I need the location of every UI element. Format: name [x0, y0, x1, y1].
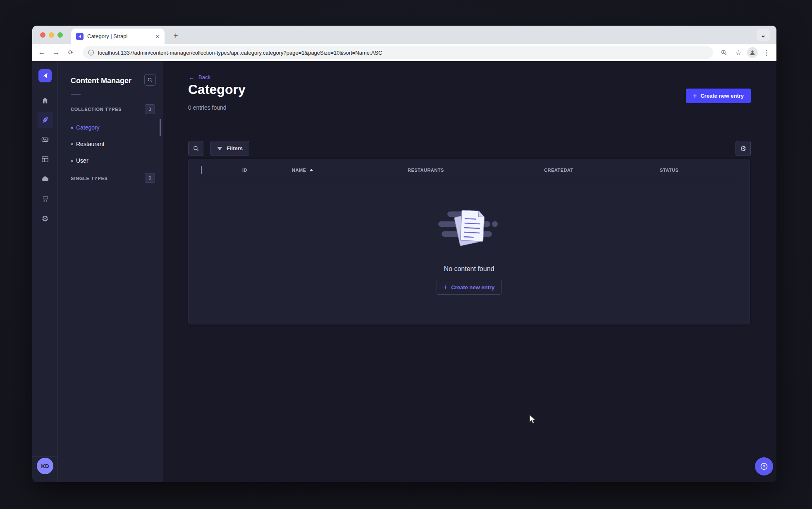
empty-state: No content found + Create new entry: [189, 181, 750, 324]
filter-icon: [217, 145, 223, 151]
collection-types-label: COLLECTION TYPES: [71, 107, 122, 112]
single-types-label: SINGLE TYPES: [71, 176, 108, 181]
column-header-id[interactable]: ID: [242, 168, 292, 173]
subnav-item-restaurant[interactable]: Restaurant: [58, 136, 162, 152]
mouse-cursor: [528, 414, 537, 425]
create-entry-label: Create new entry: [700, 93, 744, 99]
minimize-window-button[interactable]: [49, 32, 54, 38]
browser-back-button[interactable]: ←: [36, 44, 48, 61]
plus-icon: +: [693, 92, 697, 100]
tab-title: Category | Strapi: [87, 33, 154, 39]
empty-state-message: No content found: [444, 265, 494, 273]
new-tab-button[interactable]: +: [170, 29, 182, 42]
browser-profile-icon[interactable]: [747, 47, 758, 58]
entries-table: ID NAME RESTAURANTS CREATEDAT STATUS: [188, 159, 750, 324]
strapi-favicon: [76, 33, 84, 40]
column-header-status[interactable]: STATUS: [660, 168, 750, 173]
strapi-logo[interactable]: [38, 69, 52, 82]
select-all-checkbox[interactable]: [201, 166, 202, 174]
close-window-button[interactable]: [40, 32, 45, 38]
maximize-window-button[interactable]: [57, 32, 63, 38]
help-button[interactable]: ?: [755, 457, 773, 475]
content-manager-subnav: Content Manager COLLECTION TYPES 3 Categ…: [58, 61, 162, 482]
rail-bottom-divider: [32, 456, 58, 457]
browser-tab-strip: Category | Strapi × + ⌄: [32, 26, 776, 44]
nav-content-manager-icon[interactable]: [37, 112, 53, 128]
subnav-divider: [71, 94, 81, 95]
table-search-button[interactable]: [188, 141, 203, 156]
browser-reload-button[interactable]: ⟳: [64, 44, 77, 61]
column-header-createdat[interactable]: CREATEDAT: [544, 168, 660, 173]
filters-button[interactable]: Filters: [210, 141, 249, 156]
main-nav-rail: ⚙ KD: [32, 61, 58, 482]
collection-types-count-badge: 3: [145, 104, 155, 114]
browser-toolbar: ← → ⟳ i localhost:1337/admin/content-man…: [32, 44, 776, 61]
empty-create-entry-button[interactable]: + Create new entry: [437, 280, 502, 295]
empty-create-entry-label: Create new entry: [451, 284, 494, 291]
site-info-icon[interactable]: i: [88, 50, 94, 55]
rail-divider: [32, 88, 58, 88]
filters-label: Filters: [227, 145, 243, 151]
close-tab-icon[interactable]: ×: [154, 33, 160, 40]
subnav-scrollbar[interactable]: [160, 119, 161, 136]
zoom-icon[interactable]: [718, 47, 730, 58]
question-mark-icon: ?: [759, 462, 769, 471]
subnav-search-button[interactable]: [144, 74, 156, 86]
main-content: ← Back Category 0 entries found + Create…: [162, 61, 776, 482]
browser-menu-icon[interactable]: ⋮: [761, 47, 772, 58]
nav-content-type-builder-icon[interactable]: [37, 151, 53, 168]
plus-icon: +: [444, 283, 447, 291]
url-input[interactable]: i localhost:1337/admin/content-manager/c…: [83, 46, 713, 59]
view-settings-button[interactable]: ⚙: [736, 141, 751, 156]
browser-tab[interactable]: Category | Strapi ×: [71, 29, 165, 44]
page-title: Category: [188, 82, 246, 97]
strapi-admin-app: ⚙ KD Content Manager COLLECTION TYPES 3 …: [32, 61, 776, 482]
bookmark-star-icon[interactable]: ☆: [733, 47, 744, 58]
chevron-down-icon[interactable]: ⌄: [757, 29, 770, 41]
svg-text:?: ?: [763, 464, 765, 468]
create-entry-button[interactable]: + Create new entry: [686, 89, 751, 103]
entries-summary: 0 entries found: [188, 104, 227, 111]
column-header-restaurants[interactable]: RESTAURANTS: [408, 168, 544, 173]
url-text: localhost:1337/admin/content-manager/col…: [98, 50, 382, 56]
nav-cloud-icon[interactable]: [37, 170, 53, 187]
table-header-row: ID NAME RESTAURANTS CREATEDAT STATUS: [189, 159, 750, 181]
browser-window: Category | Strapi × + ⌄ ← → ⟳ i localhos…: [32, 26, 776, 482]
nav-home-icon[interactable]: [37, 92, 53, 109]
subnav-title: Content Manager: [71, 77, 131, 85]
empty-documents-illustration: [438, 206, 500, 253]
subnav-item-category[interactable]: Category: [58, 119, 162, 136]
back-link[interactable]: ← Back: [189, 74, 210, 81]
single-types-count-badge: 0: [145, 173, 155, 183]
column-header-name[interactable]: NAME: [292, 168, 408, 173]
back-arrow-icon: ←: [189, 74, 195, 81]
nav-media-library-icon[interactable]: [37, 131, 53, 148]
subnav-item-user[interactable]: User: [58, 152, 162, 169]
sort-ascending-icon: [309, 169, 313, 171]
nav-settings-icon[interactable]: ⚙: [37, 210, 53, 227]
back-label: Back: [198, 74, 210, 80]
browser-forward-button[interactable]: →: [50, 44, 62, 61]
nav-marketplace-icon[interactable]: [37, 190, 53, 207]
user-avatar[interactable]: KD: [37, 458, 53, 474]
